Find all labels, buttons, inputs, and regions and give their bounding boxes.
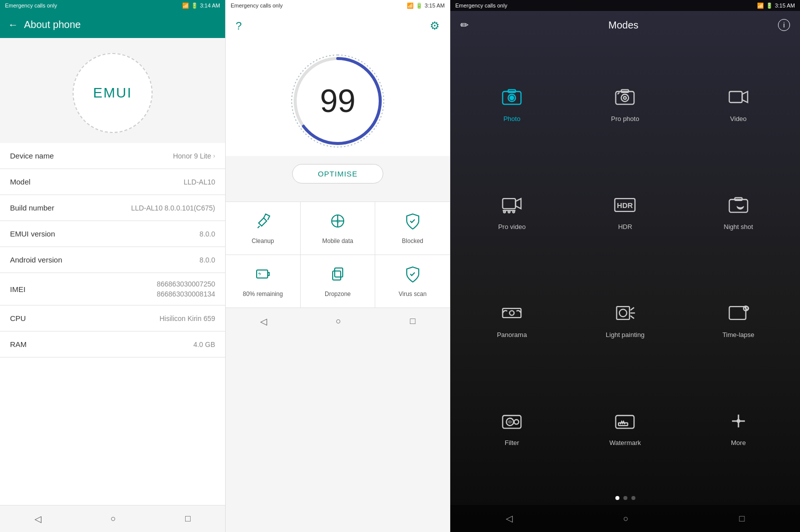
status-emergency-3: Emergency calls only	[455, 2, 507, 8]
info-label: Android version	[10, 256, 62, 264]
info-value: 8.0.0	[200, 230, 215, 238]
mode-more[interactable]: More	[682, 373, 795, 481]
svg-rect-23	[729, 200, 747, 212]
info-row-device-name[interactable]: Device nameHonor 9 Lite›	[0, 143, 225, 169]
svg-rect-34	[616, 416, 634, 428]
svg-point-26	[510, 310, 514, 315]
mode-pro-video[interactable]: Pro video	[455, 157, 568, 265]
shortcut-cleanup[interactable]: Cleanup	[226, 202, 300, 254]
battery-icon-2: 🔋	[416, 2, 423, 9]
filter-icon	[499, 408, 525, 434]
info-value: 866863030007250866863030008134	[157, 280, 215, 298]
mode-panorama[interactable]: Panorama	[455, 265, 568, 373]
status-emergency: Emergency calls only	[5, 2, 57, 8]
svg-point-36	[736, 419, 740, 422]
status-bar-2: Emergency calls only 📶 🔋 3:15 AM	[226, 0, 450, 11]
phone-manager-panel: Emergency calls only 📶 🔋 3:15 AM ? ⚙ 99 …	[225, 0, 450, 532]
svg-rect-6	[333, 271, 341, 280]
panorama-icon	[499, 300, 525, 326]
svg-point-33	[514, 420, 519, 424]
mode-label-hdr: HDR	[618, 223, 632, 230]
mode-watermark[interactable]: Watermark	[568, 373, 681, 481]
nav-recents-2[interactable]: □	[410, 316, 415, 326]
score-area: 99	[226, 41, 450, 156]
mode-filter[interactable]: Filter	[455, 373, 568, 481]
info-row-cpu: CPUHisilicon Kirin 659	[0, 306, 225, 332]
dot-1	[615, 496, 619, 500]
svg-point-28	[619, 309, 627, 316]
settings-icon[interactable]: ⚙	[430, 20, 440, 32]
info-value: LLD-AL10 8.0.0.101(C675)	[131, 204, 215, 212]
svg-text:HDR: HDR	[617, 201, 633, 209]
mode-time-lapse[interactable]: Time-lapse	[682, 265, 795, 373]
shortcuts-grid: Cleanup ① Mobile data Blocked 80% remain…	[226, 202, 450, 308]
svg-point-10	[510, 96, 513, 100]
mode-label-watermark: Watermark	[609, 439, 641, 446]
mode-photo[interactable]: Photo	[455, 49, 568, 157]
info-row-build-number: Build numberLLD-AL10 8.0.0.101(C675)	[0, 195, 225, 221]
svg-rect-16	[729, 92, 742, 102]
shortcut-icon-2	[404, 212, 422, 234]
svg-point-20	[513, 210, 515, 212]
mode-pro-photo[interactable]: Pro photo	[568, 49, 681, 157]
video-icon	[725, 84, 751, 110]
svg-rect-27	[617, 306, 630, 320]
mode-label-photo: Photo	[503, 115, 520, 122]
mode-video[interactable]: Video	[682, 49, 795, 157]
nav-home-2[interactable]: ○	[336, 316, 341, 326]
wifi-icon-3: 📶	[757, 2, 764, 9]
camera-nav-home[interactable]: ○	[623, 514, 629, 524]
edit-icon[interactable]: ✏	[460, 19, 469, 31]
time-lapse-icon	[725, 300, 751, 326]
shortcut-icon-3	[254, 265, 272, 286]
nav-back-1[interactable]: ◁	[35, 514, 42, 524]
manager-header: ? ⚙	[226, 11, 450, 41]
camera-modes-panel: Emergency calls only 📶 🔋 3:15 AM ✏ Modes…	[450, 0, 800, 532]
nav-back-2[interactable]: ◁	[260, 316, 267, 327]
mode-night-shot[interactable]: Night shot	[682, 157, 795, 265]
hdr-icon: HDR	[612, 192, 638, 218]
status-right-1: 📶 🔋 3:14 AM	[182, 2, 220, 9]
mode-hdr[interactable]: HDR HDR	[568, 157, 681, 265]
info-label: Device name	[10, 152, 54, 160]
mode-label-more: More	[731, 439, 746, 446]
info-label: Build number	[10, 204, 54, 212]
shortcut-80%-remaining[interactable]: 80% remaining	[226, 255, 300, 308]
info-row-model: ModelLLD-AL10	[0, 169, 225, 195]
nav-home-1[interactable]: ○	[111, 514, 116, 524]
shortcut-dropzone[interactable]: Dropzone	[301, 255, 375, 308]
mode-label-night-shot: Night shot	[724, 223, 753, 230]
pro-video-icon	[499, 192, 525, 218]
shortcut-icon-0	[254, 212, 272, 234]
mode-label-video: Video	[730, 115, 746, 122]
dot-3	[631, 496, 635, 500]
shortcut-icon-4	[329, 265, 347, 286]
camera-nav-recents[interactable]: □	[739, 514, 745, 524]
back-button[interactable]: ←	[8, 19, 18, 30]
info-value: LLD-AL10	[184, 178, 215, 186]
nav-recents-1[interactable]: □	[185, 514, 191, 524]
svg-point-13	[621, 94, 629, 102]
camera-nav-back[interactable]: ◁	[506, 513, 513, 524]
battery-icon-3: 🔋	[766, 2, 773, 9]
shortcut-blocked[interactable]: Blocked	[375, 202, 450, 254]
svg-rect-17	[503, 198, 516, 208]
emui-logo-text: EMUI	[93, 85, 132, 101]
help-icon[interactable]: ?	[236, 20, 242, 32]
shortcut-mobile-data[interactable]: ① Mobile data	[301, 202, 375, 254]
info-label: IMEI	[10, 285, 26, 294]
optimise-button[interactable]: OPTIMISE	[292, 164, 383, 184]
pro-photo-icon	[612, 84, 638, 110]
mode-light-painting[interactable]: Light painting	[568, 265, 681, 373]
status-time-1: 3:14 AM	[200, 2, 220, 8]
info-value: 8.0.0	[200, 256, 215, 264]
mode-label-pro-photo: Pro photo	[611, 115, 639, 122]
mode-label-pro-video: Pro video	[498, 223, 526, 230]
shortcut-virus-scan[interactable]: Virus scan	[375, 255, 450, 308]
score-value: 99	[320, 82, 355, 120]
status-right-2: 📶 🔋 3:15 AM	[407, 2, 445, 9]
shortcut-label: Blocked	[402, 238, 423, 244]
nav-bar-2: ◁ ○ □	[226, 308, 450, 334]
info-icon[interactable]: i	[778, 19, 790, 31]
svg-point-14	[624, 96, 627, 100]
